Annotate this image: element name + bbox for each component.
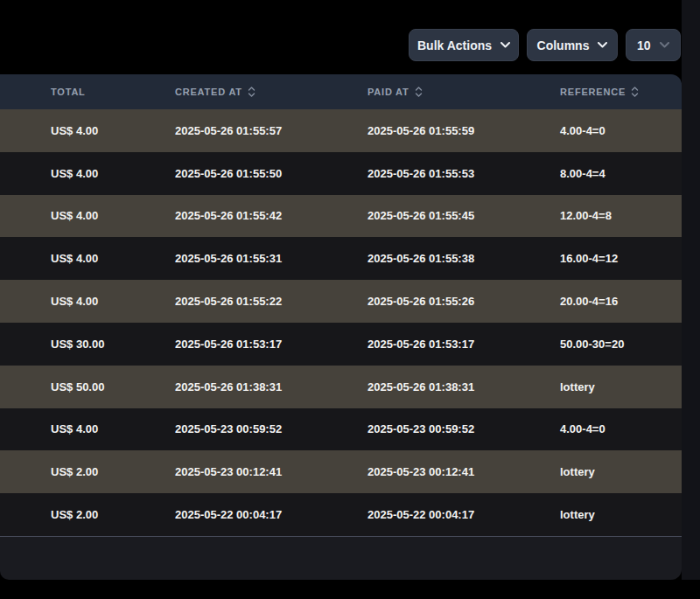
cell-reference: lottery — [560, 380, 682, 394]
cell-total: US$ 4.00 — [0, 124, 175, 137]
page-size-select[interactable]: 10 — [626, 29, 681, 61]
cell-created-at: 2025-05-26 01:55:42 — [175, 209, 368, 222]
column-header-created-at[interactable]: CREATED AT — [175, 87, 368, 97]
column-header-reference[interactable]: REFERENCE — [560, 87, 682, 97]
cell-total: US$ 4.00 — [0, 209, 175, 222]
cell-created-at: 2025-05-22 00:04:17 — [175, 508, 368, 521]
cell-created-at: 2025-05-26 01:55:31 — [175, 252, 368, 265]
column-header-paid-at[interactable]: PAID AT — [368, 87, 560, 97]
cell-paid-at: 2025-05-26 01:55:38 — [368, 252, 560, 265]
table-row[interactable]: US$ 30.002025-05-26 01:53:172025-05-26 0… — [0, 323, 682, 366]
cell-total: US$ 4.00 — [0, 422, 175, 435]
cell-paid-at: 2025-05-23 00:12:41 — [368, 465, 560, 478]
table-row[interactable]: US$ 4.002025-05-26 01:55:502025-05-26 01… — [0, 152, 682, 195]
table-row[interactable]: US$ 4.002025-05-26 01:55:572025-05-26 01… — [0, 109, 682, 152]
column-header-label: TOTAL — [51, 87, 86, 97]
cell-created-at: 2025-05-26 01:38:31 — [175, 380, 368, 394]
cell-reference: 20.00-4=16 — [560, 295, 682, 308]
table-row[interactable]: US$ 50.002025-05-26 01:38:312025-05-26 0… — [0, 366, 682, 408]
table-footer — [0, 536, 682, 580]
chevron-down-icon — [660, 42, 669, 48]
cell-paid-at: 2025-05-26 01:55:45 — [368, 209, 560, 222]
table-row[interactable]: US$ 2.002025-05-22 00:04:172025-05-22 00… — [0, 493, 682, 536]
sort-icon — [248, 87, 256, 97]
cell-created-at: 2025-05-23 00:12:41 — [175, 465, 368, 478]
cell-paid-at: 2025-05-22 00:04:17 — [368, 508, 560, 521]
cell-total: US$ 4.00 — [0, 167, 175, 180]
table-body: US$ 4.002025-05-26 01:55:572025-05-26 01… — [0, 109, 682, 536]
cell-reference: 16.00-4=12 — [560, 252, 682, 265]
cell-total: US$ 2.00 — [0, 508, 175, 521]
cell-total: US$ 50.00 — [0, 380, 175, 394]
cell-created-at: 2025-05-26 01:53:17 — [175, 338, 368, 351]
cell-reference: 8.00-4=4 — [560, 167, 682, 180]
table-row[interactable]: US$ 4.002025-05-26 01:55:422025-05-26 01… — [0, 195, 682, 238]
table-row[interactable]: US$ 2.002025-05-23 00:12:412025-05-23 00… — [0, 450, 682, 493]
cell-created-at: 2025-05-26 01:55:57 — [175, 124, 368, 137]
page: Bulk Actions Columns 10 TOTAL CREATED AT — [0, 0, 700, 599]
table-row[interactable]: US$ 4.002025-05-23 00:59:522025-05-23 00… — [0, 408, 682, 451]
cell-reference: lottery — [560, 465, 682, 478]
table-row[interactable]: US$ 4.002025-05-26 01:55:222025-05-26 01… — [0, 280, 682, 323]
column-header-label: PAID AT — [368, 87, 410, 97]
cell-created-at: 2025-05-26 01:55:50 — [175, 167, 368, 180]
cell-paid-at: 2025-05-26 01:53:17 — [368, 338, 560, 351]
cell-paid-at: 2025-05-23 00:59:52 — [368, 422, 560, 435]
cell-created-at: 2025-05-23 00:59:52 — [175, 422, 368, 435]
cell-paid-at: 2025-05-26 01:55:26 — [368, 295, 560, 308]
page-size-value: 10 — [637, 38, 651, 52]
columns-button[interactable]: Columns — [527, 29, 618, 61]
cell-created-at: 2025-05-26 01:55:22 — [175, 295, 368, 308]
cell-reference: 4.00-4=0 — [560, 124, 682, 137]
right-gutter — [682, 0, 700, 580]
cell-paid-at: 2025-05-26 01:55:59 — [368, 124, 560, 137]
table-toolbar: Bulk Actions Columns 10 — [409, 29, 681, 61]
cell-total: US$ 4.00 — [0, 252, 175, 265]
sort-icon — [415, 87, 423, 97]
cell-total: US$ 30.00 — [0, 338, 175, 351]
cell-reference: 12.00-4=8 — [560, 209, 682, 222]
chevron-down-icon — [598, 42, 607, 48]
payments-table: TOTAL CREATED AT PAID AT REFERENCE — [0, 74, 682, 580]
table-header-row: TOTAL CREATED AT PAID AT REFERENCE — [0, 74, 682, 109]
column-header-total: TOTAL — [0, 87, 175, 97]
cell-paid-at: 2025-05-26 01:38:31 — [368, 380, 560, 394]
chevron-down-icon — [500, 42, 510, 48]
bulk-actions-label: Bulk Actions — [417, 38, 492, 52]
cell-reference: 50.00-30=20 — [560, 338, 682, 351]
cell-reference: 4.00-4=0 — [560, 422, 682, 435]
bulk-actions-button[interactable]: Bulk Actions — [409, 29, 519, 61]
cell-total: US$ 2.00 — [0, 465, 175, 478]
column-header-label: CREATED AT — [175, 87, 242, 97]
cell-total: US$ 4.00 — [0, 295, 175, 308]
column-header-label: REFERENCE — [560, 87, 626, 97]
columns-label: Columns — [537, 38, 590, 52]
cell-paid-at: 2025-05-26 01:55:53 — [368, 167, 560, 180]
table-row[interactable]: US$ 4.002025-05-26 01:55:312025-05-26 01… — [0, 237, 682, 280]
sort-icon — [631, 87, 639, 97]
cell-reference: lottery — [560, 508, 682, 521]
